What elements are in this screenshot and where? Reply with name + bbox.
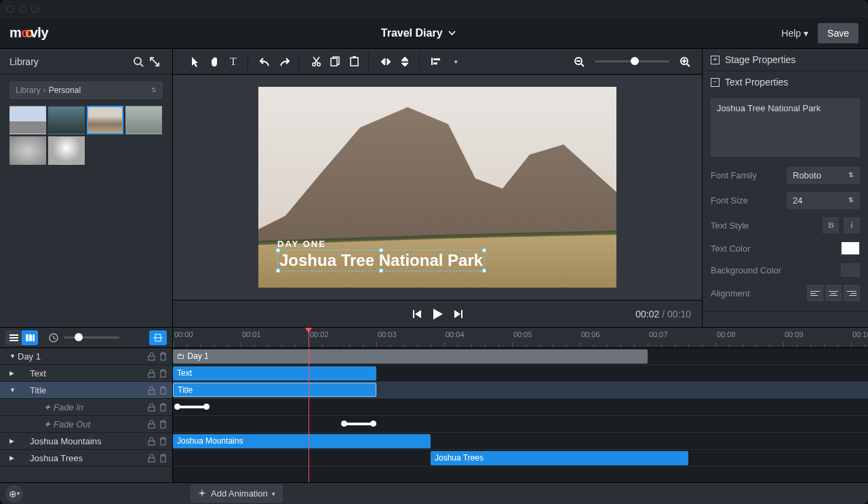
trash-icon[interactable] xyxy=(159,369,167,378)
text-color-swatch[interactable] xyxy=(841,241,860,255)
timeline-ruler[interactable]: 00:0000:0100:0200:0300:0400:0500:0600:07… xyxy=(173,328,868,348)
hand-tool-icon[interactable] xyxy=(205,53,223,71)
timeline-clip[interactable]: 🗀 Day 1 xyxy=(173,349,648,364)
track-row[interactable]: Title xyxy=(173,382,868,399)
lock-icon[interactable] xyxy=(148,437,155,446)
trash-icon[interactable] xyxy=(159,437,167,446)
bg-color-swatch[interactable] xyxy=(841,263,860,277)
skip-start-icon[interactable] xyxy=(412,309,422,319)
track-label-row[interactable]: ▼Title xyxy=(0,382,172,399)
playhead[interactable] xyxy=(309,328,309,347)
animation-range[interactable] xyxy=(176,406,208,408)
selection-handle[interactable] xyxy=(379,248,383,252)
bold-button[interactable]: B xyxy=(823,217,839,233)
track-row[interactable]: Joshua Mountains xyxy=(173,433,868,450)
selection-handle[interactable] xyxy=(482,248,486,252)
caret-down-icon[interactable]: ▾ xyxy=(447,53,465,71)
timeline-clip[interactable]: Text xyxy=(173,366,376,381)
track-row[interactable] xyxy=(173,416,868,433)
selection-handle[interactable] xyxy=(276,269,280,273)
window-minimize-button[interactable] xyxy=(19,5,26,13)
library-item[interactable] xyxy=(9,136,46,165)
font-size-input[interactable]: 24 ⇅ xyxy=(787,192,860,209)
selection-handle[interactable] xyxy=(482,269,486,273)
undo-icon[interactable] xyxy=(256,53,274,71)
track-row[interactable]: Joshua Trees xyxy=(173,450,868,467)
track-row[interactable] xyxy=(173,399,868,416)
add-animation-button[interactable]: Add Animation ▾ xyxy=(191,484,283,503)
timeline-clip[interactable]: Joshua Trees xyxy=(431,451,688,465)
lock-icon[interactable] xyxy=(148,386,155,395)
copy-icon[interactable] xyxy=(326,53,344,71)
track-row[interactable]: Text xyxy=(173,365,868,382)
text-content-input[interactable] xyxy=(711,98,860,157)
italic-button[interactable]: i xyxy=(844,217,860,233)
caret-right-icon[interactable]: ▶ xyxy=(9,370,16,376)
snap-button[interactable] xyxy=(149,330,167,345)
timeline-clip[interactable]: Title xyxy=(173,383,376,397)
text-properties-toggle[interactable]: − Text Properties xyxy=(703,71,868,93)
track-label-row[interactable]: ▶Text xyxy=(0,365,172,382)
stage-canvas[interactable]: DAY ONE Joshua Tree National Park xyxy=(258,87,616,288)
expand-icon[interactable] xyxy=(146,54,163,70)
align-center-button[interactable] xyxy=(825,285,842,301)
zoom-slider[interactable] xyxy=(595,60,669,62)
selection-handle[interactable] xyxy=(276,248,280,252)
canvas-subtitle[interactable]: DAY ONE xyxy=(277,239,485,249)
caret-right-icon[interactable]: ▶ xyxy=(9,454,16,461)
trash-icon[interactable] xyxy=(159,454,167,463)
trash-icon[interactable] xyxy=(159,386,167,395)
flip-horizontal-icon[interactable] xyxy=(377,53,395,71)
add-layer-button[interactable]: ⊕ ▾ xyxy=(5,485,23,503)
canvas-title[interactable]: Joshua Tree National Park xyxy=(279,251,483,270)
track-label-row[interactable]: ▶Joshua Mountains xyxy=(0,433,172,450)
search-icon[interactable] xyxy=(130,54,146,70)
library-item[interactable] xyxy=(48,106,85,134)
font-family-select[interactable]: Roboto ⇅ xyxy=(787,167,860,184)
project-title-dropdown[interactable]: Travel Diary xyxy=(381,27,456,39)
trash-icon[interactable] xyxy=(159,420,167,429)
trash-icon[interactable] xyxy=(159,403,167,412)
align-icon[interactable] xyxy=(428,53,446,71)
lock-icon[interactable] xyxy=(148,403,155,412)
cut-icon[interactable] xyxy=(307,53,325,71)
save-button[interactable]: Save xyxy=(818,23,859,43)
align-right-button[interactable] xyxy=(844,285,860,301)
timeline-view-frames-button[interactable] xyxy=(22,330,38,345)
lock-icon[interactable] xyxy=(148,454,155,463)
select-tool-icon[interactable] xyxy=(186,53,204,71)
trash-icon[interactable] xyxy=(159,352,167,361)
align-left-button[interactable] xyxy=(807,285,823,301)
track-label-row[interactable]: ✦Fade In xyxy=(0,399,172,416)
paste-icon[interactable] xyxy=(345,53,363,71)
track-label-row[interactable]: ▼Day 1 xyxy=(0,348,172,365)
stage-properties-toggle[interactable]: + Stage Properties xyxy=(703,49,868,71)
window-close-button[interactable] xyxy=(7,5,14,13)
help-dropdown[interactable]: Help ▾ xyxy=(781,28,808,39)
skip-end-icon[interactable] xyxy=(453,309,464,319)
timeline-view-list-button[interactable] xyxy=(5,330,22,345)
lock-icon[interactable] xyxy=(148,369,155,378)
window-maximize-button[interactable] xyxy=(31,5,39,13)
library-item[interactable] xyxy=(125,106,162,134)
track-area[interactable]: 🗀 Day 1TextTitleJoshua MountainsJoshua T… xyxy=(173,348,868,482)
redo-icon[interactable] xyxy=(275,53,293,71)
library-item[interactable] xyxy=(48,136,85,165)
timeline-clip[interactable]: Joshua Mountains xyxy=(173,434,431,448)
library-item[interactable] xyxy=(9,106,46,134)
track-row[interactable]: 🗀 Day 1 xyxy=(173,348,868,365)
text-tool-icon[interactable]: T xyxy=(224,53,242,71)
caret-right-icon[interactable]: ▶ xyxy=(9,438,16,444)
selection-handle[interactable] xyxy=(379,269,383,273)
zoom-in-icon[interactable] xyxy=(676,53,694,71)
lock-icon[interactable] xyxy=(148,352,155,361)
caret-down-icon[interactable]: ▼ xyxy=(9,353,16,360)
library-breadcrumb[interactable]: Library › Personal ⇅ xyxy=(9,81,163,99)
track-label-row[interactable]: ▶Joshua Trees xyxy=(0,450,172,467)
playhead-line[interactable] xyxy=(309,348,309,482)
play-icon[interactable] xyxy=(432,308,443,320)
zoom-out-icon[interactable] xyxy=(570,53,588,71)
caret-down-icon[interactable]: ▼ xyxy=(9,387,16,393)
timeline-zoom-slider[interactable] xyxy=(64,336,119,338)
flip-vertical-icon[interactable] xyxy=(396,53,414,71)
